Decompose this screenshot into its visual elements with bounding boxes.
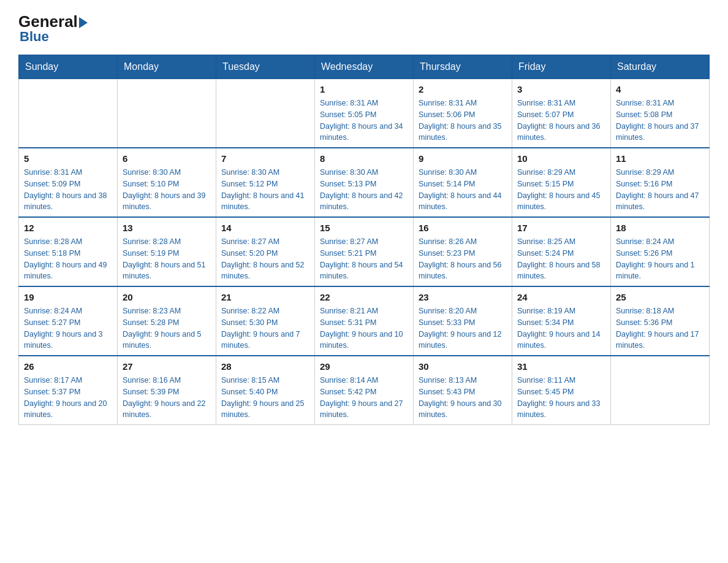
day-number: 22 <box>320 291 408 304</box>
calendar-cell: 26Sunrise: 8:17 AMSunset: 5:37 PMDayligh… <box>19 356 118 425</box>
sun-info: Sunrise: 8:27 AMSunset: 5:20 PMDaylight:… <box>221 236 309 282</box>
day-number: 9 <box>419 152 507 165</box>
calendar-body: 1Sunrise: 8:31 AMSunset: 5:05 PMDaylight… <box>19 79 710 425</box>
sun-info: Sunrise: 8:11 AMSunset: 5:45 PMDaylight:… <box>517 375 605 421</box>
week-row-5: 26Sunrise: 8:17 AMSunset: 5:37 PMDayligh… <box>19 356 710 425</box>
week-row-1: 1Sunrise: 8:31 AMSunset: 5:05 PMDaylight… <box>19 79 710 148</box>
sun-info: Sunrise: 8:14 AMSunset: 5:42 PMDaylight:… <box>320 375 408 421</box>
sun-info: Sunrise: 8:16 AMSunset: 5:39 PMDaylight:… <box>123 375 211 421</box>
day-number: 30 <box>419 360 507 373</box>
sun-info: Sunrise: 8:29 AMSunset: 5:16 PMDaylight:… <box>616 167 704 213</box>
day-number: 13 <box>123 221 211 234</box>
day-header-friday: Friday <box>512 55 611 79</box>
calendar-cell: 24Sunrise: 8:19 AMSunset: 5:34 PMDayligh… <box>512 286 611 356</box>
calendar-cell: 21Sunrise: 8:22 AMSunset: 5:30 PMDayligh… <box>216 286 315 356</box>
sun-info: Sunrise: 8:31 AMSunset: 5:07 PMDaylight:… <box>517 98 605 144</box>
sun-info: Sunrise: 8:23 AMSunset: 5:28 PMDaylight:… <box>123 305 211 351</box>
calendar-cell: 19Sunrise: 8:24 AMSunset: 5:27 PMDayligh… <box>19 286 118 356</box>
calendar-cell: 12Sunrise: 8:28 AMSunset: 5:18 PMDayligh… <box>19 217 118 286</box>
day-number: 8 <box>320 152 408 165</box>
day-number: 4 <box>616 83 704 96</box>
sun-info: Sunrise: 8:24 AMSunset: 5:27 PMDaylight:… <box>24 305 112 351</box>
calendar-table: SundayMondayTuesdayWednesdayThursdayFrid… <box>18 55 710 425</box>
day-number: 15 <box>320 221 408 234</box>
sun-info: Sunrise: 8:25 AMSunset: 5:24 PMDaylight:… <box>517 236 605 282</box>
calendar-cell: 9Sunrise: 8:30 AMSunset: 5:14 PMDaylight… <box>414 148 512 217</box>
sun-info: Sunrise: 8:21 AMSunset: 5:31 PMDaylight:… <box>320 305 408 351</box>
sun-info: Sunrise: 8:30 AMSunset: 5:14 PMDaylight:… <box>419 167 507 213</box>
day-number: 3 <box>517 83 605 96</box>
sun-info: Sunrise: 8:19 AMSunset: 5:34 PMDaylight:… <box>517 305 605 351</box>
day-number: 21 <box>221 291 309 304</box>
sun-info: Sunrise: 8:29 AMSunset: 5:15 PMDaylight:… <box>517 167 605 213</box>
calendar-cell: 5Sunrise: 8:31 AMSunset: 5:09 PMDaylight… <box>19 148 118 217</box>
logo-arrow-icon <box>79 17 88 28</box>
sun-info: Sunrise: 8:20 AMSunset: 5:33 PMDaylight:… <box>419 305 507 351</box>
calendar-cell: 11Sunrise: 8:29 AMSunset: 5:16 PMDayligh… <box>611 148 710 217</box>
sun-info: Sunrise: 8:17 AMSunset: 5:37 PMDaylight:… <box>24 375 112 421</box>
day-number: 29 <box>320 360 408 373</box>
calendar-cell: 30Sunrise: 8:13 AMSunset: 5:43 PMDayligh… <box>414 356 512 425</box>
calendar-cell: 28Sunrise: 8:15 AMSunset: 5:40 PMDayligh… <box>216 356 315 425</box>
day-number: 17 <box>517 221 605 234</box>
day-number: 6 <box>123 152 211 165</box>
logo: General Blue <box>18 12 88 45</box>
calendar-cell: 25Sunrise: 8:18 AMSunset: 5:36 PMDayligh… <box>611 286 710 356</box>
sun-info: Sunrise: 8:15 AMSunset: 5:40 PMDaylight:… <box>221 375 309 421</box>
calendar-cell: 7Sunrise: 8:30 AMSunset: 5:12 PMDaylight… <box>216 148 315 217</box>
day-number: 11 <box>616 152 704 165</box>
calendar-cell: 17Sunrise: 8:25 AMSunset: 5:24 PMDayligh… <box>512 217 611 286</box>
day-number: 2 <box>419 83 507 96</box>
calendar-cell: 29Sunrise: 8:14 AMSunset: 5:42 PMDayligh… <box>315 356 414 425</box>
sun-info: Sunrise: 8:27 AMSunset: 5:21 PMDaylight:… <box>320 236 408 282</box>
day-header-tuesday: Tuesday <box>216 55 315 79</box>
day-number: 1 <box>320 83 408 96</box>
calendar-cell: 27Sunrise: 8:16 AMSunset: 5:39 PMDayligh… <box>118 356 216 425</box>
day-header-wednesday: Wednesday <box>315 55 414 79</box>
sun-info: Sunrise: 8:31 AMSunset: 5:06 PMDaylight:… <box>419 98 507 144</box>
calendar-cell <box>611 356 710 425</box>
calendar-cell: 20Sunrise: 8:23 AMSunset: 5:28 PMDayligh… <box>118 286 216 356</box>
day-number: 24 <box>517 291 605 304</box>
day-number: 10 <box>517 152 605 165</box>
calendar-cell: 1Sunrise: 8:31 AMSunset: 5:05 PMDaylight… <box>315 79 414 148</box>
calendar-cell: 22Sunrise: 8:21 AMSunset: 5:31 PMDayligh… <box>315 286 414 356</box>
day-number: 14 <box>221 221 309 234</box>
calendar-cell: 2Sunrise: 8:31 AMSunset: 5:06 PMDaylight… <box>414 79 512 148</box>
day-header-monday: Monday <box>118 55 216 79</box>
calendar-cell: 16Sunrise: 8:26 AMSunset: 5:23 PMDayligh… <box>414 217 512 286</box>
day-header-saturday: Saturday <box>611 55 710 79</box>
calendar-cell: 4Sunrise: 8:31 AMSunset: 5:08 PMDaylight… <box>611 79 710 148</box>
sun-info: Sunrise: 8:24 AMSunset: 5:26 PMDaylight:… <box>616 236 704 282</box>
day-number: 12 <box>24 221 112 234</box>
day-number: 16 <box>419 221 507 234</box>
day-number: 23 <box>419 291 507 304</box>
calendar-cell: 10Sunrise: 8:29 AMSunset: 5:15 PMDayligh… <box>512 148 611 217</box>
week-row-2: 5Sunrise: 8:31 AMSunset: 5:09 PMDaylight… <box>19 148 710 217</box>
day-number: 31 <box>517 360 605 373</box>
sun-info: Sunrise: 8:30 AMSunset: 5:10 PMDaylight:… <box>123 167 211 213</box>
calendar-cell: 3Sunrise: 8:31 AMSunset: 5:07 PMDaylight… <box>512 79 611 148</box>
calendar-cell: 13Sunrise: 8:28 AMSunset: 5:19 PMDayligh… <box>118 217 216 286</box>
day-number: 18 <box>616 221 704 234</box>
sun-info: Sunrise: 8:30 AMSunset: 5:12 PMDaylight:… <box>221 167 309 213</box>
day-number: 19 <box>24 291 112 304</box>
day-number: 7 <box>221 152 309 165</box>
day-number: 26 <box>24 360 112 373</box>
sun-info: Sunrise: 8:28 AMSunset: 5:18 PMDaylight:… <box>24 236 112 282</box>
calendar-cell <box>216 79 315 148</box>
day-header-row: SundayMondayTuesdayWednesdayThursdayFrid… <box>19 55 710 79</box>
day-header-sunday: Sunday <box>19 55 118 79</box>
day-number: 27 <box>123 360 211 373</box>
day-number: 25 <box>616 291 704 304</box>
calendar-cell: 14Sunrise: 8:27 AMSunset: 5:20 PMDayligh… <box>216 217 315 286</box>
page-header: General Blue <box>18 12 710 45</box>
sun-info: Sunrise: 8:30 AMSunset: 5:13 PMDaylight:… <box>320 167 408 213</box>
calendar-cell: 8Sunrise: 8:30 AMSunset: 5:13 PMDaylight… <box>315 148 414 217</box>
week-row-4: 19Sunrise: 8:24 AMSunset: 5:27 PMDayligh… <box>19 286 710 356</box>
calendar-header: SundayMondayTuesdayWednesdayThursdayFrid… <box>19 55 710 79</box>
calendar-cell: 15Sunrise: 8:27 AMSunset: 5:21 PMDayligh… <box>315 217 414 286</box>
calendar-cell: 6Sunrise: 8:30 AMSunset: 5:10 PMDaylight… <box>118 148 216 217</box>
day-number: 20 <box>123 291 211 304</box>
calendar-cell: 18Sunrise: 8:24 AMSunset: 5:26 PMDayligh… <box>611 217 710 286</box>
